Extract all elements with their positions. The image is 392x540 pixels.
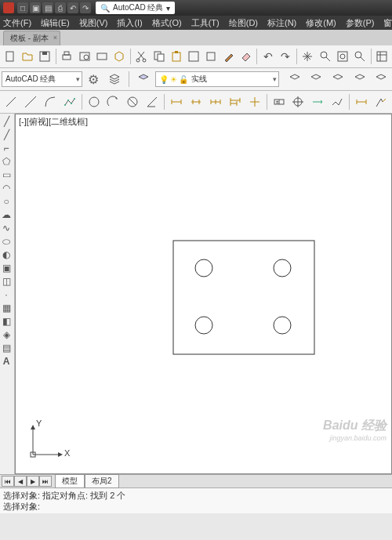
layer-freeze-button[interactable] [328,70,347,89]
3d-button[interactable] [111,47,127,66]
dim-aligned-button[interactable] [187,92,205,111]
pline-button[interactable] [60,92,79,111]
nav-first-icon[interactable]: ⏮ [2,476,14,487]
menu-dimension[interactable]: 标注(N) [267,17,296,29]
workspace-search[interactable]: 🔍 AutoCAD 经典 ▾ [96,2,175,14]
st-mtext[interactable]: A [0,355,13,368]
st-arc[interactable]: ◠ [0,182,13,194]
layout-2-tab[interactable]: 布局2 [85,474,119,488]
st-rect[interactable]: ▭ [0,169,13,181]
st-xline[interactable]: ╱ [0,129,13,141]
new-button[interactable] [2,47,18,66]
menu-draw[interactable]: 绘图(D) [229,17,258,29]
st-insert[interactable]: ▣ [0,262,13,274]
st-pline[interactable]: ⌐ [0,142,13,154]
st-line[interactable]: ╱ [0,115,13,128]
menu-parametric[interactable]: 参数(P) [346,17,375,29]
redo-button[interactable]: ↷ [278,47,294,66]
nav-last-icon[interactable]: ⏭ [39,476,52,487]
tolerance-button[interactable]: ± [270,92,289,111]
layer-properties-button[interactable] [105,70,124,89]
cut-button[interactable] [133,47,150,66]
dim-jog-button[interactable] [328,92,347,111]
center-mark-button[interactable] [289,92,307,111]
st-region[interactable]: ◈ [0,328,13,341]
dim-continue-button[interactable] [206,92,225,111]
menu-window[interactable]: 窗口(W) [383,17,392,29]
st-revcloud[interactable]: ☁ [0,208,13,221]
layer-iso-button[interactable] [285,70,304,89]
menu-tools[interactable]: 工具(T) [191,17,220,29]
workspace-dropdown[interactable]: AutoCAD 经典 [2,71,82,87]
dim-text-button[interactable] [372,92,390,111]
print-preview-button[interactable] [76,47,93,66]
st-hatch[interactable]: ▦ [0,302,13,314]
st-polygon[interactable]: ⬠ [0,155,13,168]
st-ellipse[interactable]: ⬭ [0,235,13,248]
qat-print-icon[interactable]: ⎙ [55,2,66,13]
undo-button[interactable]: ↶ [260,47,276,66]
command-line[interactable]: 选择对象: 指定对角点: 找到 2 个 选择对象: [0,487,392,513]
layer-dropdown[interactable]: 💡 ☀ 🔓 实线 [155,71,279,87]
arc2-button[interactable] [103,92,122,111]
arc-button[interactable] [41,92,60,111]
st-point[interactable]: · [0,288,13,301]
zoom-button[interactable] [317,47,333,66]
layout-model-tab[interactable]: 模型 [55,474,85,488]
block-button[interactable] [203,47,220,66]
match-button[interactable] [185,47,201,66]
st-spline[interactable]: ∿ [0,222,13,234]
pan-button[interactable] [299,47,316,66]
qat-undo-icon[interactable]: ↶ [67,2,78,13]
paste-button[interactable] [168,47,184,66]
brush-button[interactable] [220,47,237,66]
properties-button[interactable] [374,47,390,66]
eraser-button[interactable] [238,47,254,66]
menu-bar: 文件(F) 编辑(E) 视图(V) 插入(I) 格式(O) 工具(T) 绘图(D… [0,16,392,30]
donut-button[interactable] [123,92,142,111]
leader-button[interactable] [352,92,371,111]
close-icon[interactable]: × [53,34,57,42]
publish-button[interactable] [93,47,110,66]
qat-save-icon[interactable]: ▤ [42,2,53,13]
dim-center-button[interactable] [245,92,264,111]
document-tab[interactable]: 模板 - 副本 × [3,31,60,45]
dim-edit-button[interactable] [308,92,327,111]
qat-open-icon[interactable]: ▣ [30,2,41,13]
viewport-label[interactable]: [-][俯视][二维线框] [19,116,88,128]
drawing-canvas[interactable]: [-][俯视][二维线框] Y X Baidu 经验 jingyan.baidu… [15,114,392,474]
dim-linear-button[interactable] [167,92,186,111]
qat-redo-icon[interactable]: ↷ [80,2,91,13]
copy-button[interactable] [151,47,167,66]
zoom-window-button[interactable] [334,47,350,66]
st-circle[interactable]: ○ [0,195,13,208]
xline-button[interactable] [21,92,40,111]
layer-uniso-button[interactable] [307,70,326,89]
st-ellipsearc[interactable]: ◐ [0,248,13,261]
circle-button[interactable] [85,92,103,111]
menu-modify[interactable]: 修改(M) [306,17,336,29]
menu-insert[interactable]: 插入(I) [117,17,142,29]
menu-format[interactable]: 格式(O) [152,17,182,29]
print-button[interactable] [59,47,75,66]
gear-icon[interactable]: ⚙ [85,71,103,88]
st-gradient[interactable]: ◧ [0,315,13,328]
dim-baseline-button[interactable] [226,92,245,111]
st-block[interactable]: ◫ [0,275,13,288]
menu-view[interactable]: 视图(V) [79,17,108,29]
layer-lock-button[interactable] [372,70,390,89]
nav-prev-icon[interactable]: ◀ [14,476,27,487]
layer-state-button[interactable] [134,70,153,89]
line-button[interactable] [2,92,20,111]
svg-point-23 [71,103,72,104]
angle-button[interactable] [143,92,162,111]
qat-new-icon[interactable]: □ [17,2,28,13]
menu-edit[interactable]: 编辑(E) [41,17,70,29]
nav-next-icon[interactable]: ▶ [27,476,39,487]
menu-file[interactable]: 文件(F) [3,17,31,29]
layer-off-button[interactable] [350,70,369,89]
save-button[interactable] [37,47,53,66]
zoom-prev-button[interactable] [352,47,368,66]
open-button[interactable] [19,47,35,66]
st-table[interactable]: ▤ [0,342,13,354]
